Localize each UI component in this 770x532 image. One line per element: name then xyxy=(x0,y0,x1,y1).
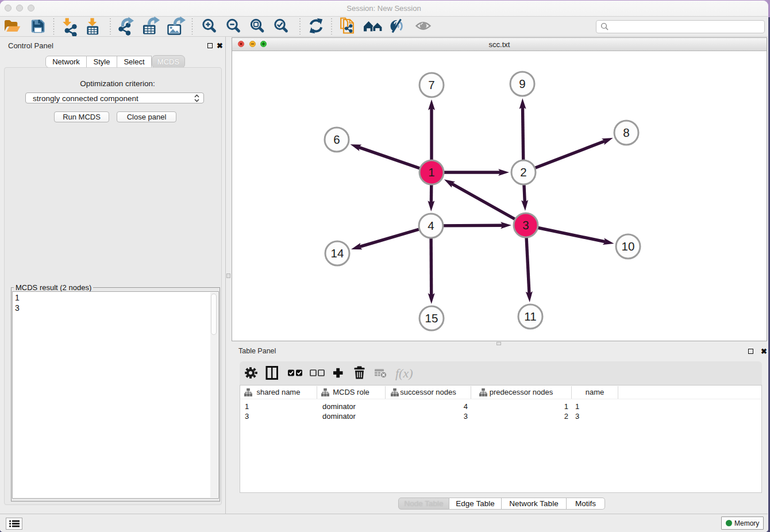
svg-text:10: 10 xyxy=(622,240,635,253)
svg-text:14: 14 xyxy=(331,247,344,260)
svg-text:f(x): f(x) xyxy=(395,366,413,380)
svg-text:2: 2 xyxy=(520,166,526,179)
svg-text:15: 15 xyxy=(425,312,438,325)
svg-text:7: 7 xyxy=(428,79,434,92)
svg-text:4: 4 xyxy=(428,219,434,233)
svg-text:6: 6 xyxy=(333,133,340,147)
svg-text:3: 3 xyxy=(522,219,529,232)
svg-text:11: 11 xyxy=(524,310,536,323)
svg-text:9: 9 xyxy=(519,78,525,91)
svg-text:1: 1 xyxy=(428,166,434,179)
svg-text:8: 8 xyxy=(623,126,629,140)
